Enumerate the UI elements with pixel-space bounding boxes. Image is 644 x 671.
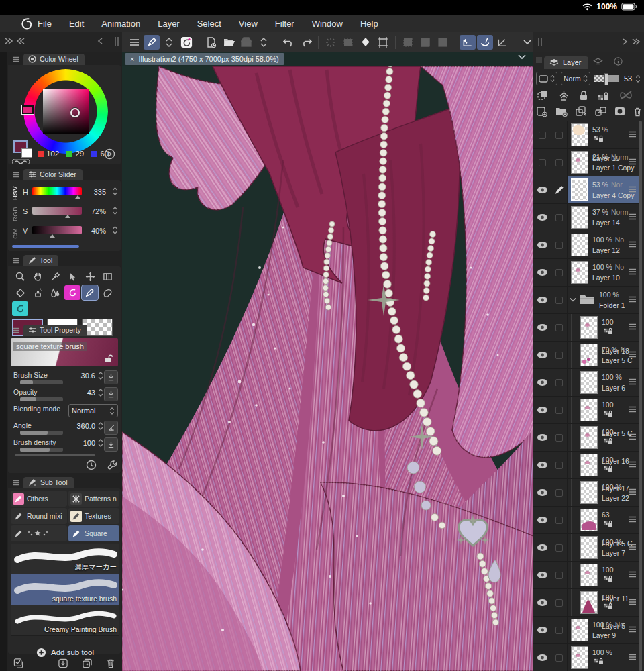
layer-row-layer-8[interactable]: 100 %Layer 8 bbox=[533, 644, 641, 671]
layer-visibility-toggle[interactable] bbox=[533, 231, 551, 258]
close-tab-icon[interactable]: × bbox=[130, 55, 134, 63]
layer-menu-handle[interactable] bbox=[628, 213, 637, 220]
reset-history-icon[interactable] bbox=[86, 460, 97, 470]
tab-layer-property[interactable] bbox=[588, 58, 608, 69]
color-mode-tab-rgb[interactable]: RGB bbox=[11, 207, 19, 221]
layer-menu-handle[interactable] bbox=[628, 131, 637, 138]
menu-view[interactable]: View bbox=[239, 19, 258, 29]
tab-color-slider[interactable]: Color Slider bbox=[23, 169, 83, 180]
panel-menu-icon[interactable] bbox=[12, 327, 19, 333]
tab-tool[interactable]: Tool bbox=[23, 255, 58, 266]
layer-checkbox[interactable] bbox=[551, 204, 567, 231]
layer-thumbnail[interactable] bbox=[571, 178, 588, 201]
layer-thumbnail[interactable] bbox=[580, 454, 598, 476]
tool-switch-stepper[interactable] bbox=[161, 35, 177, 50]
new-folder-icon[interactable] bbox=[555, 106, 568, 117]
undo-button[interactable] bbox=[280, 35, 297, 50]
layer-checkbox[interactable] bbox=[551, 231, 567, 258]
slider-caret[interactable] bbox=[50, 234, 55, 238]
layer-thumbnail[interactable] bbox=[580, 399, 598, 421]
fill-bucket-tool[interactable] bbox=[12, 285, 28, 300]
brush-item-1[interactable]: square texture brush bbox=[11, 574, 119, 605]
mesh-button[interactable] bbox=[435, 35, 451, 50]
layer-checkbox[interactable] bbox=[551, 589, 567, 616]
layer-row-layer-10[interactable]: 100 %NoLayer 10 bbox=[533, 259, 641, 287]
tab-info[interactable] bbox=[608, 57, 629, 69]
tab-layer[interactable]: Layer bbox=[544, 56, 588, 69]
canvas-area[interactable]: × Illustration2 (4750 x 7000px 350dpi 58… bbox=[122, 52, 533, 671]
layer-panel-drag-handle[interactable] bbox=[537, 37, 543, 47]
move-tool[interactable] bbox=[82, 269, 98, 284]
unlock-icon[interactable] bbox=[104, 354, 113, 363]
layer-menu-handle[interactable] bbox=[628, 268, 637, 275]
layer-visibility-toggle[interactable] bbox=[533, 149, 551, 176]
collapse-left-icon[interactable] bbox=[16, 37, 25, 45]
collapse-right-icon[interactable] bbox=[4, 37, 13, 45]
slider-stepper[interactable] bbox=[112, 206, 118, 215]
layer-row-layer-12[interactable]: 100 %NoLayer 12 bbox=[533, 231, 641, 259]
subtool-group-patterns-n[interactable]: Patterns n bbox=[68, 491, 119, 507]
property-slider[interactable] bbox=[20, 397, 63, 401]
layer-menu-handle[interactable] bbox=[628, 571, 637, 578]
slider-stepper[interactable] bbox=[112, 225, 118, 235]
layer-visibility-toggle[interactable] bbox=[533, 644, 551, 671]
frame-tool[interactable] bbox=[99, 269, 115, 284]
layer-thumbnail[interactable] bbox=[571, 261, 588, 284]
layer-checkbox[interactable] bbox=[551, 644, 567, 671]
sub-color-swatch[interactable] bbox=[21, 148, 32, 158]
dock-forward-icon[interactable] bbox=[622, 38, 628, 46]
clip-studio-logo-icon[interactable] bbox=[20, 17, 34, 30]
layer-thumbnail[interactable] bbox=[571, 206, 588, 229]
layer-row-layer-18[interactable]: 100Layer 18 bbox=[533, 314, 641, 342]
layer-row-layer-17[interactable]: 100Layer 17 bbox=[533, 452, 641, 479]
dock-expand-icon[interactable] bbox=[631, 38, 641, 46]
blend-mode-combo[interactable]: Norm bbox=[561, 72, 590, 85]
layer-visibility-toggle[interactable] bbox=[533, 617, 551, 643]
menu-file[interactable]: File bbox=[38, 19, 52, 29]
slider-caret[interactable] bbox=[75, 195, 80, 199]
hue-marker[interactable] bbox=[22, 105, 34, 114]
delete-layer-icon[interactable] bbox=[633, 107, 642, 117]
layer-thumbnail[interactable] bbox=[580, 316, 598, 339]
layer-visibility-toggle[interactable] bbox=[533, 507, 551, 533]
property-slider[interactable] bbox=[20, 431, 63, 435]
layer-visibility-toggle[interactable] bbox=[533, 589, 551, 616]
main-menu-button[interactable] bbox=[126, 35, 142, 50]
layer-thumbnail[interactable] bbox=[571, 646, 588, 669]
open-file-button[interactable] bbox=[221, 35, 237, 50]
subtool-group-stamps[interactable] bbox=[11, 525, 67, 541]
layer-checkbox[interactable] bbox=[551, 369, 567, 396]
multi-select-icon[interactable] bbox=[13, 658, 24, 668]
layer-mask-icon[interactable] bbox=[614, 106, 625, 117]
layer-row-layer-14[interactable]: 37 %NormLayer 14 bbox=[533, 204, 641, 231]
crop-tool-button[interactable] bbox=[375, 35, 391, 50]
property-slider[interactable] bbox=[20, 448, 63, 452]
save-button[interactable] bbox=[238, 35, 254, 50]
reference-layer-icon[interactable] bbox=[619, 90, 633, 101]
layer-menu-handle[interactable] bbox=[628, 351, 637, 358]
layer-menu-handle[interactable] bbox=[628, 406, 637, 413]
layer-menu-handle[interactable] bbox=[628, 626, 637, 633]
slider-bar-h[interactable] bbox=[32, 187, 82, 195]
decoration-tool[interactable] bbox=[64, 285, 80, 300]
layer-menu-handle[interactable] bbox=[628, 599, 637, 605]
menu-edit[interactable]: Edit bbox=[69, 19, 84, 29]
layer-visibility-toggle[interactable] bbox=[533, 287, 551, 313]
layer-row-layer-5-c[interactable]: 63Layer 5 C bbox=[533, 507, 641, 534]
layer-checkbox[interactable] bbox=[551, 507, 567, 533]
layer-menu-handle[interactable] bbox=[628, 241, 637, 248]
color-mode-tab-hsv[interactable]: HSV bbox=[11, 186, 19, 200]
angle-effector-button[interactable] bbox=[104, 421, 118, 435]
layer-menu-handle[interactable] bbox=[628, 158, 637, 165]
gradient-button[interactable] bbox=[417, 35, 433, 50]
symmetry-ruler-icon[interactable] bbox=[558, 90, 570, 101]
layer-row-layer-16[interactable]: 100Layer 16 bbox=[533, 424, 641, 452]
brush-item-2[interactable]: Creamy Painting Brush bbox=[11, 605, 119, 636]
wheel-mode-toggle-icon[interactable] bbox=[104, 148, 115, 160]
layer-row-layer-1-copy[interactable]: 21 %NormLayer 1 Copy bbox=[533, 149, 641, 176]
layer-checkbox[interactable] bbox=[551, 424, 567, 451]
param-effector-button[interactable] bbox=[104, 387, 118, 401]
layer-menu-handle[interactable] bbox=[628, 488, 637, 495]
sv-marker[interactable] bbox=[70, 108, 80, 117]
opacity-stepper-icon[interactable] bbox=[635, 74, 641, 83]
